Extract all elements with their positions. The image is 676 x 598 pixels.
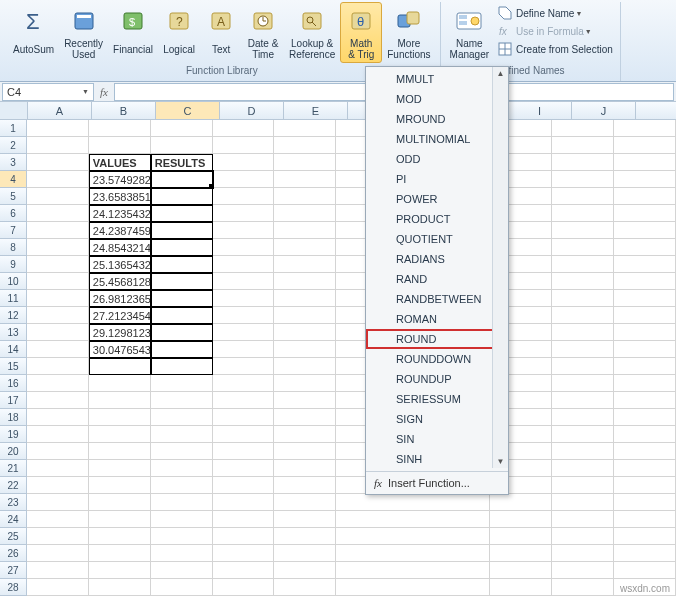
cell[interactable]: [274, 460, 336, 477]
cell[interactable]: [89, 443, 151, 460]
cell[interactable]: [89, 120, 151, 137]
row-head[interactable]: 16: [0, 375, 27, 392]
cell[interactable]: [151, 562, 213, 579]
menu-item-multinomial[interactable]: MULTINOMIAL: [366, 129, 508, 149]
row-head[interactable]: 13: [0, 324, 27, 341]
cell[interactable]: [213, 528, 275, 545]
cell[interactable]: [151, 545, 213, 562]
cell[interactable]: [336, 528, 490, 545]
cell[interactable]: [274, 188, 336, 205]
menu-item-roundup[interactable]: ROUNDUP: [366, 369, 508, 389]
cell[interactable]: [151, 392, 213, 409]
use-in-formula-button[interactable]: fx Use in Formula▼: [494, 22, 616, 40]
define-name-button[interactable]: Define Name▼: [494, 4, 616, 22]
cell[interactable]: [614, 477, 676, 494]
menu-item-seriessum[interactable]: SERIESSUM: [366, 389, 508, 409]
cell[interactable]: [274, 120, 336, 137]
cell[interactable]: [27, 324, 89, 341]
cell[interactable]: [213, 511, 275, 528]
cell[interactable]: [27, 545, 89, 562]
cell[interactable]: [27, 426, 89, 443]
row-head[interactable]: 19: [0, 426, 27, 443]
logical-button[interactable]: ? Logical: [158, 2, 200, 63]
cell[interactable]: 24.1235432: [89, 205, 151, 222]
row-head[interactable]: 4: [0, 171, 27, 188]
cell[interactable]: [213, 545, 275, 562]
cell[interactable]: [274, 528, 336, 545]
cell[interactable]: [614, 494, 676, 511]
cell[interactable]: [151, 358, 213, 375]
row-head[interactable]: 24: [0, 511, 27, 528]
cell[interactable]: [89, 545, 151, 562]
cell[interactable]: [274, 392, 336, 409]
create-from-selection-button[interactable]: Create from Selection: [494, 40, 616, 58]
cell[interactable]: [213, 273, 275, 290]
cell[interactable]: [213, 290, 275, 307]
cell[interactable]: [213, 392, 275, 409]
cell[interactable]: [274, 239, 336, 256]
col-head-e[interactable]: E: [284, 102, 348, 119]
cell[interactable]: [89, 358, 151, 375]
cell[interactable]: [89, 511, 151, 528]
cell[interactable]: [274, 409, 336, 426]
cell[interactable]: [274, 307, 336, 324]
cell[interactable]: [27, 392, 89, 409]
cell[interactable]: [614, 120, 676, 137]
row-head[interactable]: 1: [0, 120, 27, 137]
row-head[interactable]: 15: [0, 358, 27, 375]
cell[interactable]: [274, 579, 336, 596]
cell[interactable]: 26.9812365: [89, 290, 151, 307]
cell[interactable]: [552, 120, 614, 137]
menu-item-quotient[interactable]: QUOTIENT: [366, 229, 508, 249]
cell[interactable]: [552, 511, 614, 528]
cell[interactable]: [614, 341, 676, 358]
cell[interactable]: [274, 171, 336, 188]
cell[interactable]: [274, 375, 336, 392]
cell[interactable]: [552, 137, 614, 154]
cell[interactable]: [614, 273, 676, 290]
scroll-down-icon[interactable]: ▼: [497, 455, 505, 468]
cell[interactable]: [614, 307, 676, 324]
cell[interactable]: [213, 494, 275, 511]
cell[interactable]: [27, 341, 89, 358]
row-head[interactable]: 23: [0, 494, 27, 511]
cell[interactable]: [151, 426, 213, 443]
cell[interactable]: [89, 409, 151, 426]
row-head[interactable]: 5: [0, 188, 27, 205]
cell[interactable]: [552, 477, 614, 494]
cell[interactable]: [552, 205, 614, 222]
cell[interactable]: [274, 324, 336, 341]
cell[interactable]: [614, 137, 676, 154]
cell[interactable]: [614, 443, 676, 460]
cell[interactable]: 23.5749282: [89, 171, 151, 188]
cell[interactable]: [213, 375, 275, 392]
cell[interactable]: [274, 154, 336, 171]
cell[interactable]: [552, 562, 614, 579]
cell[interactable]: [336, 494, 490, 511]
cell[interactable]: [27, 290, 89, 307]
cell[interactable]: [213, 307, 275, 324]
cell[interactable]: [274, 222, 336, 239]
cell[interactable]: [213, 188, 275, 205]
menu-item-roman[interactable]: ROMAN: [366, 309, 508, 329]
cell[interactable]: [27, 409, 89, 426]
chevron-down-icon[interactable]: ▼: [82, 88, 89, 95]
menu-item-pi[interactable]: PI: [366, 169, 508, 189]
cell[interactable]: [614, 290, 676, 307]
cell[interactable]: [336, 562, 490, 579]
cell[interactable]: 23.6583851: [89, 188, 151, 205]
cell[interactable]: [552, 256, 614, 273]
cell[interactable]: [213, 137, 275, 154]
cell[interactable]: [151, 494, 213, 511]
cell[interactable]: [274, 426, 336, 443]
cell[interactable]: [27, 494, 89, 511]
cell[interactable]: [151, 324, 213, 341]
cell[interactable]: [213, 579, 275, 596]
cell[interactable]: [614, 545, 676, 562]
menu-item-sign[interactable]: SIGN: [366, 409, 508, 429]
row-head[interactable]: 22: [0, 477, 27, 494]
cell[interactable]: [274, 358, 336, 375]
cell[interactable]: [27, 222, 89, 239]
cell[interactable]: 25.1365432: [89, 256, 151, 273]
cell[interactable]: [552, 290, 614, 307]
